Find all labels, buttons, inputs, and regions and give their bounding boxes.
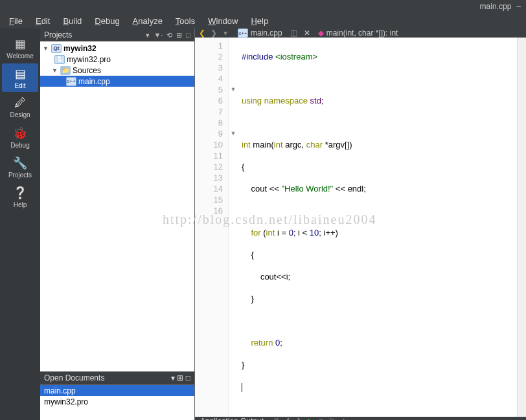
dropdown-icon[interactable]: ▾ [171, 373, 175, 382]
split-icon[interactable]: ⊞ [177, 373, 183, 382]
edit-icon: ▤ [15, 67, 26, 81]
title-bar: main.cpp – [0, 0, 526, 13]
pro-file-icon: 📄 [54, 55, 65, 64]
projects-title: Projects [44, 30, 72, 39]
projects-panel-header: Projects ▾ ▼· ⟲ ⊞ □ [40, 28, 194, 41]
pencil-icon: 🖉 [14, 96, 26, 110]
output-prev-icon[interactable]: ❮ [284, 417, 291, 420]
fold-column: ▼ ▼ [229, 38, 238, 417]
tree-main-cpp[interactable]: c++ main.cpp [40, 76, 194, 87]
menu-window[interactable]: Window [201, 14, 244, 28]
menu-file[interactable]: File [3, 14, 29, 28]
split-icon[interactable]: ⊞ [176, 31, 182, 39]
open-doc-pro[interactable]: mywin32.pro [40, 396, 194, 407]
editor-tab-main[interactable]: c++ main.cpp [233, 28, 288, 38]
project-icon: Qt [51, 44, 62, 53]
nav-back-icon[interactable]: ❮ [198, 28, 207, 38]
grid-icon: ▦ [15, 37, 26, 51]
output-nav-icon[interactable]: ⇵ [273, 417, 279, 420]
bug-icon: 🐞 [13, 126, 27, 140]
tree-root[interactable]: ▼ Qt mywin32 [40, 43, 194, 54]
sidebar-design[interactable]: 🖉 Design [2, 93, 38, 122]
tree-sources-folder[interactable]: ▼ 📁 Sources [40, 65, 194, 76]
cpp-file-icon: c++ [66, 77, 76, 86]
close-panel-icon[interactable]: □ [186, 373, 190, 382]
output-next-icon[interactable]: ❯ [296, 417, 303, 420]
question-icon: ❔ [13, 186, 27, 200]
open-docs-header: Open Documents ▾ ⊞ □ [40, 371, 194, 384]
left-sidebar: ▦ Welcome ▤ Edit 🖉 Design 🐞 Debug 🔧 Proj… [0, 28, 40, 420]
menu-edit[interactable]: Edit [29, 14, 56, 28]
arrow-down-icon: ▼ [52, 67, 58, 74]
open-docs-title: Open Documents [44, 373, 104, 382]
open-docs-list: main.cpp mywin32.pro [40, 384, 194, 420]
run-icon[interactable]: ▶ [308, 417, 314, 420]
menu-analyze[interactable]: Analyze [126, 14, 169, 28]
breadcrumb[interactable]: ◆ main(int, char *[]): int [314, 28, 526, 38]
minimize-icon[interactable]: – [516, 2, 521, 11]
link-icon[interactable]: ⟲ [166, 31, 172, 39]
nav-forward-icon[interactable]: ❯ [209, 28, 218, 38]
add-output-icon[interactable]: + [341, 417, 346, 420]
code-editor[interactable]: 12345678 910111213141516 ▼ ▼ #include <i… [195, 38, 526, 417]
filter-icon[interactable]: ▼· [154, 31, 163, 39]
tree-pro-file[interactable]: 📄 mywin32.pro [40, 54, 194, 65]
output-panel-header: Application Output ⇵ ❮ ❯ ▶ ■ 🏳 + − [195, 417, 526, 420]
menu-tools[interactable]: Tools [169, 14, 201, 28]
menu-debug[interactable]: Debug [88, 14, 126, 28]
editor-tabbar: ❮ ❯ ▾ c++ main.cpp ◫ ✕ ◆ main(int, char … [195, 28, 526, 38]
menu-bar: File Edit Build Debug Analyze Tools Wind… [0, 13, 526, 28]
sidebar-welcome[interactable]: ▦ Welcome [2, 34, 38, 62]
project-tree: ▼ Qt mywin32 📄 mywin32.pro ▼ 📁 Sources c… [40, 41, 194, 371]
output-title: Application Output [200, 417, 264, 420]
vertical-scrollbar[interactable] [517, 38, 526, 417]
attach-icon[interactable]: 🏳 [328, 417, 336, 420]
sidebar-projects[interactable]: 🔧 Projects [2, 153, 38, 181]
code-area[interactable]: #include <iostream> using namespace std;… [238, 38, 517, 417]
close-panel-icon[interactable]: □ [186, 31, 190, 39]
remove-output-icon[interactable]: − [351, 417, 356, 420]
dropdown-icon[interactable]: ▾ [146, 31, 150, 39]
arrow-down-icon: ▼ [43, 45, 49, 52]
tab-split-icon[interactable]: ◫ [288, 28, 300, 38]
menu-build[interactable]: Build [56, 14, 88, 28]
line-gutter: 12345678 910111213141516 [195, 38, 229, 417]
function-icon: ◆ [318, 28, 324, 38]
open-doc-main[interactable]: main.cpp [40, 385, 194, 396]
nav-dropdown-icon[interactable]: ▾ [221, 28, 230, 38]
wrench-icon: 🔧 [13, 156, 27, 170]
cpp-file-icon: c++ [238, 28, 248, 38]
sidebar-help[interactable]: ❔ Help [2, 182, 38, 211]
folder-icon: 📁 [60, 66, 71, 75]
stop-icon[interactable]: ■ [319, 417, 323, 420]
sidebar-debug[interactable]: 🐞 Debug [2, 123, 38, 151]
window-title: main.cpp [480, 2, 512, 11]
tab-close-icon[interactable]: ✕ [300, 28, 314, 38]
menu-help[interactable]: Help [244, 14, 275, 28]
sidebar-edit[interactable]: ▤ Edit [2, 63, 38, 92]
